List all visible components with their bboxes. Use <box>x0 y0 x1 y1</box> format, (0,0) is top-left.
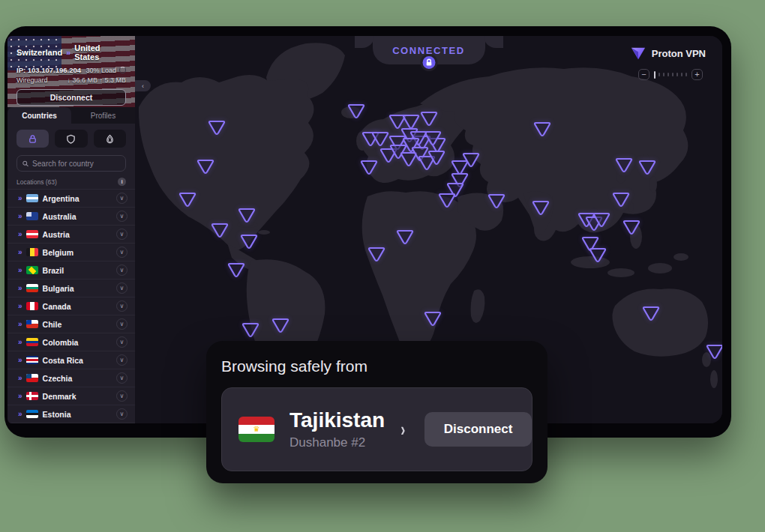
server-location-marker[interactable] <box>240 233 258 250</box>
server-location-marker[interactable] <box>227 262 245 278</box>
zoom-tick <box>672 73 674 76</box>
server-location-marker[interactable] <box>706 343 722 360</box>
country-row[interactable]: »Austria∨ <box>8 225 135 243</box>
expand-chevron-icon[interactable]: ∨ <box>116 247 128 258</box>
country-search[interactable] <box>16 155 126 172</box>
secure-core-chevrons-icon: » <box>18 212 22 220</box>
server-location-marker[interactable] <box>589 247 607 263</box>
secure-core-chevrons-icon: » <box>18 248 22 256</box>
expand-chevron-icon[interactable]: ∨ <box>116 282 128 294</box>
server-location-marker[interactable] <box>238 207 256 223</box>
server-location-marker[interactable] <box>196 158 214 175</box>
server-location-marker[interactable] <box>438 192 456 208</box>
info-icon[interactable]: i <box>118 178 126 186</box>
expand-chevron-icon[interactable]: ∨ <box>116 265 128 276</box>
current-connection-row: ♛ Tajikistan Dushanbe #2 › Disconnect <box>221 387 532 471</box>
disconnect-button-sidebar[interactable]: Disconnect <box>16 89 126 106</box>
server-location-marker[interactable] <box>420 110 438 127</box>
exit-country: Switzerland <box>16 48 62 57</box>
proton-vpn-logo-icon <box>630 46 646 61</box>
expand-chevron-icon[interactable]: ∨ <box>116 336 128 348</box>
expand-chevron-icon[interactable]: ∨ <box>116 300 128 312</box>
server-location-marker[interactable] <box>622 219 640 235</box>
server-location-marker[interactable] <box>428 149 446 166</box>
upload-arrow-icon: ↑ <box>99 76 103 84</box>
server-location-marker[interactable] <box>424 310 442 327</box>
country-row[interactable]: »Costa Rica∨ <box>8 351 135 369</box>
country-flag <box>26 338 38 346</box>
country-row[interactable]: »Belgium∨ <box>8 243 135 261</box>
country-row[interactable]: »Brazil∨ <box>8 261 135 279</box>
sidebar-collapse-button[interactable]: ‹ <box>135 80 151 91</box>
server-location-marker[interactable] <box>242 321 260 338</box>
secure-core-chevrons-icon: » <box>18 194 22 202</box>
load-ring-icon <box>119 67 126 73</box>
expand-chevron-icon[interactable]: ∨ <box>116 211 128 222</box>
country-row[interactable]: »Canada∨ <box>8 297 135 315</box>
tab-profiles[interactable]: Profiles <box>71 107 135 124</box>
country-row[interactable]: »Bulgaria∨ <box>8 279 135 297</box>
filter-p2p-button[interactable] <box>55 130 87 148</box>
country-flag <box>26 284 38 292</box>
expand-chevron-icon[interactable]: ∨ <box>116 318 128 330</box>
search-input[interactable] <box>32 160 120 168</box>
server-location-marker[interactable] <box>371 130 389 147</box>
server-location-marker[interactable] <box>642 305 660 321</box>
expand-chevron-icon[interactable]: ∨ <box>116 390 128 402</box>
zoom-in-button[interactable]: + <box>692 69 703 80</box>
server-location-marker[interactable] <box>532 199 550 216</box>
server-location-marker[interactable] <box>360 159 378 175</box>
server-location-marker[interactable] <box>178 191 196 208</box>
zoom-out-button[interactable]: − <box>638 69 650 80</box>
country-flag <box>26 302 38 310</box>
server-location-marker[interactable] <box>396 229 414 245</box>
country-row[interactable]: »Chile∨ <box>8 315 135 333</box>
country-row[interactable]: »Australia∨ <box>8 207 135 225</box>
shield-icon <box>66 134 76 144</box>
server-location-marker[interactable] <box>592 211 610 228</box>
country-flag <box>26 194 38 202</box>
connected-server: Dushanbe #2 <box>290 435 385 450</box>
server-location-marker[interactable] <box>211 222 229 238</box>
country-name: Bulgaria <box>43 284 112 293</box>
server-location-marker[interactable] <box>533 121 551 137</box>
server-location-marker[interactable] <box>347 103 365 119</box>
server-location-marker[interactable] <box>615 157 633 173</box>
tab-countries[interactable]: Countries <box>8 107 71 124</box>
server-location-marker[interactable] <box>462 151 480 168</box>
brand-logo: Proton VPN <box>630 46 706 61</box>
chevron-right-icon: › <box>400 418 405 441</box>
filter-secure-core-button[interactable] <box>16 130 49 148</box>
server-location-marker[interactable] <box>488 193 506 209</box>
country-row[interactable]: »Colombia∨ <box>8 333 135 351</box>
server-location-marker[interactable] <box>638 159 656 175</box>
country-row[interactable]: »Denmark∨ <box>8 387 135 405</box>
expand-chevron-icon[interactable]: ∨ <box>116 408 128 420</box>
country-name: Belgium <box>43 248 112 257</box>
entry-country: United States <box>74 43 126 61</box>
traffic-stats: ↓ 36.6 MB ↑ 5.3 MB <box>67 76 126 84</box>
secure-core-chevrons-icon: » <box>18 356 22 364</box>
server-location-marker[interactable] <box>368 246 386 262</box>
country-row[interactable]: »Argentina∨ <box>8 189 135 207</box>
expand-chevron-icon[interactable]: ∨ <box>116 229 128 240</box>
secure-core-chevrons-icon: » <box>18 374 22 382</box>
country-name: Austria <box>43 230 112 239</box>
filter-tor-button[interactable] <box>94 130 126 148</box>
disconnect-button-main[interactable]: Disconnect <box>424 412 532 447</box>
country-row[interactable]: »Czechia∨ <box>8 369 135 387</box>
server-location-marker[interactable] <box>272 317 290 333</box>
zoom-tick <box>658 73 660 76</box>
country-row[interactable]: »Estonia∨ <box>8 405 135 423</box>
country-flag <box>26 266 38 274</box>
zoom-level-slider[interactable] <box>654 71 687 79</box>
expand-chevron-icon[interactable]: ∨ <box>116 354 128 366</box>
server-location-marker[interactable] <box>208 119 226 136</box>
country-row[interactable]: »Finland∨ <box>8 423 135 423</box>
country-name: Costa Rica <box>43 356 112 365</box>
secure-core-chevrons-icon: » <box>18 230 22 238</box>
expand-chevron-icon[interactable]: ∨ <box>116 372 128 384</box>
server-location-marker[interactable] <box>612 191 630 208</box>
expand-chevron-icon[interactable]: ∨ <box>116 193 128 204</box>
country-name: Colombia <box>43 338 112 347</box>
